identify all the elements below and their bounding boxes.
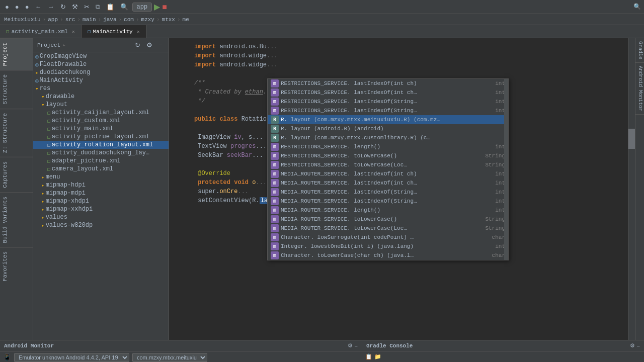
tab-main-activity[interactable]: ◻ MainActivity ✕ [82, 25, 146, 38]
window-close-btn[interactable]: ● [3, 2, 11, 12]
scroll-thumb[interactable] [628, 129, 635, 149]
package-selector[interactable]: com.mzxy.mtxx.meituxiu [132, 353, 207, 362]
app-selector[interactable]: app [132, 3, 152, 12]
ac-item-4[interactable]: m RESTRICTIONS_SERVICE. length() int [268, 142, 508, 151]
gradle-close-btn[interactable]: − [637, 342, 640, 349]
nav-forward-btn[interactable]: → [46, 2, 56, 12]
tree-item-rotation[interactable]: ◻ activity_rotation_layout.xml [33, 141, 169, 149]
xml-icon3: ◻ [47, 126, 51, 132]
tree-item-mainactivity[interactable]: ◎ MainActivity [33, 76, 169, 84]
copy-btn[interactable]: ⧉ [94, 2, 102, 12]
autocomplete-scrollbar[interactable] [504, 79, 508, 260]
ac-item-15[interactable]: m Integer. lowestOneBit(int i) (java.lan… [268, 242, 508, 251]
sidebar-tab-captures[interactable]: Captures [0, 157, 33, 192]
ac-item-14[interactable]: m Character. lowSurrogate(int codePoint)… [268, 233, 508, 242]
ac-item-0[interactable]: m RESTRICTIONS_SERVICE. lastIndexOf(int … [268, 79, 508, 88]
search-btn[interactable]: 🔍 [118, 2, 130, 12]
code-scrollbar[interactable] [628, 38, 635, 340]
sidebar-tab-favorites[interactable]: Favorites [0, 247, 33, 285]
window-min-btn[interactable]: ● [13, 2, 21, 12]
project-gear-btn[interactable]: ⚙ [144, 40, 154, 50]
tab-close-xml[interactable]: ✕ [72, 29, 75, 35]
sidebar-tab-build-variants[interactable]: Build Variants [0, 192, 33, 247]
tree-item-mipmap-hdpi[interactable]: ▸ mipmap-hdpi [33, 181, 169, 189]
stop-button[interactable]: ■ [162, 3, 167, 12]
ac-item-r-layout-1[interactable]: R R. layout (com.mzxy.mtxx.meituxiuxiu.R… [268, 115, 508, 124]
ac-item-6[interactable]: m RESTRICTIONS_SERVICE. toLowerCase(Loc…… [268, 160, 508, 169]
ac-item-10[interactable]: m MEDIA_ROUTER_SERVICE. lastIndexOf(Stri… [268, 197, 508, 206]
right-sidebar: Gradle Android Monitor [635, 38, 644, 340]
code-area[interactable]: import android.os.Bu... import android.w… [169, 38, 635, 340]
ac-item-9[interactable]: m MEDIA_ROUTER_SERVICE. lastIndexOf(Stri… [268, 188, 508, 197]
tree-item-custom[interactable]: ◻ activity_custom.xml [33, 117, 169, 125]
tree-item-duodiao-layout[interactable]: ◻ activty_duodiaochukong_lay… [33, 149, 169, 157]
monitor-close-btn[interactable]: − [355, 342, 358, 349]
bc-java[interactable]: java [103, 17, 116, 23]
tree-item-mipmap-xhdpi[interactable]: ▸ mipmap-xhdpi [33, 197, 169, 205]
tab-activity-main-xml[interactable]: ◻ activity_main.xml ✕ [0, 25, 82, 38]
bc-main[interactable]: main [83, 17, 96, 23]
build-btn[interactable]: ⚒ [70, 2, 80, 12]
ac-item-12[interactable]: m MEDIA_ROUTER_SERVICE. toLowerCase() St… [268, 215, 508, 224]
ac-item-8[interactable]: m MEDIA_ROUTER_SERVICE. lastIndexOf(int … [268, 178, 508, 188]
sync-btn[interactable]: ↻ [58, 2, 68, 12]
tree-item-menu[interactable]: ▸ menu [33, 173, 169, 181]
tree-item-drawable[interactable]: ▾ drawable [33, 93, 169, 101]
tree-item-layout[interactable]: ▾ layout [33, 101, 169, 109]
nav-back-btn[interactable]: ← [33, 2, 44, 12]
bc-meituxiuxiu[interactable]: Meituxiuxiu [4, 17, 41, 23]
bc-com[interactable]: com [124, 17, 134, 23]
tree-item-duodiaochukong[interactable]: ▸ duodiaochukong [33, 68, 169, 76]
tree-item-mipmap-mdpi[interactable]: ▸ mipmap-mdpi [33, 189, 169, 197]
ac-item-16[interactable]: m Character. toLowerCase(char ch) (java.… [268, 251, 508, 260]
cut-btn[interactable]: ✂ [82, 2, 92, 12]
bc-src[interactable]: src [65, 17, 75, 23]
bc-mzxy[interactable]: mzxy [141, 17, 154, 23]
sidebar-tab-project[interactable]: Project [0, 38, 33, 70]
tree-item-res[interactable]: ▾ res [33, 84, 169, 93]
gradle-console-panel: Gradle Console ⚙ − 📋 📁 :app:validateDebu… [362, 340, 644, 362]
ac-item-7[interactable]: m MEDIA_ROUTER_SERVICE. lastIndexOf(int … [268, 169, 508, 178]
tab-close-java[interactable]: ✕ [137, 29, 140, 35]
run-button[interactable]: ▶ [154, 2, 160, 12]
tree-item-pictrue[interactable]: ◻ activity_pictrue_layout.xml [33, 133, 169, 141]
ac-item-1[interactable]: m RESTRICTIONS_SERVICE. lastIndexOf(int … [268, 88, 508, 97]
bc-me[interactable]: me [183, 17, 189, 23]
tree-item-values[interactable]: ▸ values [33, 213, 169, 221]
ac-r-icon1: R [271, 116, 279, 124]
ac-item-r-layout-2[interactable]: R R. layout (android.R) (android) [268, 124, 508, 133]
tree-item-adapter[interactable]: ◻ adapter_pictrue.xml [33, 157, 169, 165]
ac-item-r-layout-3[interactable]: R R. layout (com.mzxy.mtxx.customlibrary… [268, 133, 508, 142]
gradle-folder-icon[interactable]: 📁 [374, 353, 381, 360]
tree-item-caijian[interactable]: ◻ activity_caijian_layout.xml [33, 109, 169, 117]
ac-item-5[interactable]: m RESTRICTIONS_SERVICE. toLowerCase() St… [268, 151, 508, 160]
project-sync-btn[interactable]: ↻ [133, 40, 142, 50]
bc-mtxx[interactable]: mtxx [162, 17, 175, 23]
ac-item-3[interactable]: m RESTRICTIONS_SERVICE. lastIndexOf(Stri… [268, 106, 508, 115]
project-collapse-btn[interactable]: − [156, 40, 165, 50]
tree-item-mipmap-xxhdpi[interactable]: ▸ mipmap-xxhdpi [33, 205, 169, 213]
ac-item-2[interactable]: m RESTRICTIONS_SERVICE. lastIndexOf(Stri… [268, 97, 508, 106]
device-selector[interactable]: Emulator unknown Android 4.4.2, API 19 [14, 353, 129, 362]
tree-item-floatdrawable[interactable]: ◎ FloatDrawable [33, 60, 169, 68]
tree-item-camera[interactable]: ◻ camera_layout.xml [33, 165, 169, 173]
main-layout: Project Structure Z: Structure Captures … [0, 38, 644, 340]
paste-btn[interactable]: 📋 [104, 2, 116, 12]
right-tab-gradle[interactable]: Gradle [635, 38, 644, 63]
tree-item-values-w820dp[interactable]: ▸ values-w820dp [33, 221, 169, 229]
tree-item-cropimageview[interactable]: ◎ CropImageView [33, 52, 169, 60]
monitor-toolbar: 📱 Emulator unknown Android 4.4.2, API 19… [0, 351, 362, 362]
gradle-settings-btn[interactable]: ⚙ [630, 342, 635, 349]
tree-item-main[interactable]: ◻ activity_main.xml [33, 125, 169, 133]
folder-icon-menu: ▸ [41, 174, 45, 180]
window-max-btn[interactable]: ● [23, 2, 31, 12]
ac-item-13[interactable]: m MEDIA_ROUTER_SERVICE. toLowerCase(Loc…… [268, 224, 508, 233]
gradle-nav-icon[interactable]: 📋 [365, 353, 372, 360]
sidebar-tab-z-structure[interactable]: Z: Structure [0, 109, 33, 157]
monitor-settings-btn[interactable]: ⚙ [348, 342, 353, 349]
ac-item-11[interactable]: m MEDIA_ROUTER_SERVICE. length() int [268, 206, 508, 215]
gradle-title: Gradle Console [366, 343, 413, 349]
right-tab-android-monitor[interactable]: Android Monitor [635, 63, 644, 115]
bc-app[interactable]: app [48, 17, 58, 23]
sidebar-tab-structure[interactable]: Structure [0, 70, 33, 108]
